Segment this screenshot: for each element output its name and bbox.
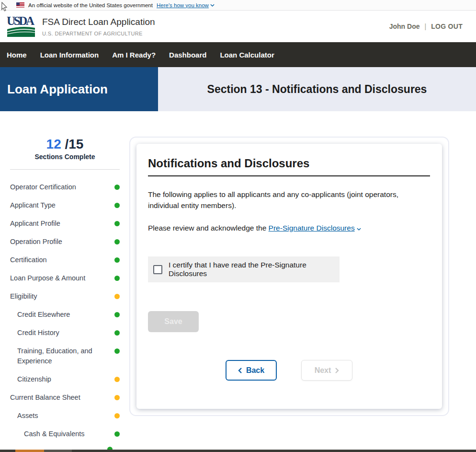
back-label: Back (246, 366, 264, 375)
sidebar-item-label: Training, Education, and Experience (17, 346, 99, 366)
status-dot (114, 431, 120, 437)
card-title: Notifications and Disclosures (148, 157, 430, 170)
taskbar-segment-orange (15, 450, 44, 452)
chevron-down-icon (210, 4, 215, 7)
status-dot (114, 221, 120, 226)
sidebar-item[interactable]: Credit History (10, 328, 120, 338)
sidebar-item[interactable]: Loan Purpose & Amount (10, 273, 120, 283)
usda-logo-text: USDA (7, 15, 34, 27)
brand: USDA FSA Direct Loan Application U.S. DE… (7, 15, 155, 38)
back-button[interactable]: Back (226, 360, 277, 381)
sidebar-item-label: Loan Purpose & Amount (10, 273, 85, 283)
sidebar-item[interactable]: Current Balance Sheet (10, 393, 120, 403)
how-you-know-label: Here's how you know (157, 2, 209, 8)
sidebar-item-label: Operator Certification (10, 182, 76, 192)
title-underline (148, 175, 430, 176)
nav-item[interactable]: Home (7, 51, 27, 59)
sidebar-item[interactable]: Training, Education, and Experience (10, 346, 120, 366)
gov-banner-text: An official website of the United States… (28, 2, 153, 8)
site-header: USDA FSA Direct Loan Application U.S. DE… (0, 11, 476, 42)
sidebar-item[interactable]: Applicant Profile (10, 219, 120, 229)
form-card-outline: Notifications and Disclosures The follow… (129, 137, 449, 416)
how-you-know-link[interactable]: Here's how you know (157, 2, 215, 8)
sidebar-divider (10, 169, 120, 170)
sidebar-item-label: Current Balance Sheet (10, 393, 80, 403)
app-title: FSA Direct Loan Application (42, 17, 155, 27)
section-list: Operator Certification Applicant Type Ap… (10, 182, 120, 439)
header-separator: | (424, 23, 426, 30)
sidebar-item-label: Certification (10, 255, 47, 265)
acknowledge-paragraph: Please review and acknowledge the Pre-Si… (148, 222, 430, 233)
hero-left: Loan Application (0, 67, 158, 111)
sidebar-item[interactable]: Credit Elsewhere (10, 310, 120, 320)
status-dot (114, 395, 120, 400)
nav-item[interactable]: Am I Ready? (112, 51, 156, 59)
chevron-down-icon (357, 228, 361, 231)
us-flag-icon (16, 2, 24, 8)
main-area: Notifications and Disclosures The follow… (129, 111, 476, 450)
gov-banner: An official website of the United States… (0, 0, 476, 11)
hero-banner: Loan Application Section 13 - Notificati… (0, 67, 476, 111)
sidebar-item[interactable]: Operation Profile (10, 237, 120, 247)
certify-checkbox[interactable] (153, 265, 162, 274)
certify-row: I certify that I have read the Pre-Signa… (148, 256, 340, 282)
save-button[interactable]: Save (148, 311, 199, 332)
pre-signature-disclosures-link[interactable]: Pre-Signature Disclosures (269, 224, 355, 232)
sidebar-item-label: Applicant Profile (10, 219, 60, 229)
sections-complete-count: 12 (46, 137, 61, 151)
taskbar-edge (0, 450, 476, 452)
sections-total-count: /15 (65, 137, 84, 151)
nav-item[interactable]: Loan Calculator (220, 51, 274, 59)
acknowledge-text: Please review and acknowledge the (148, 224, 269, 232)
sidebar-item[interactable]: Citizenship (10, 374, 120, 384)
status-dot (114, 185, 120, 190)
chevron-left-icon (238, 368, 242, 373)
status-dot (114, 294, 120, 299)
sidebar-item-label: Assets (17, 411, 38, 421)
nav-item[interactable]: Dashboard (169, 51, 206, 59)
sidebar-item[interactable]: Eligibility (10, 291, 120, 301)
sidebar-item[interactable]: Assets (10, 411, 120, 421)
page-title: Loan Application (7, 82, 108, 97)
main-nav: Home Loan Information Am I Ready? Dashbo… (0, 42, 476, 67)
hero-right: Section 13 - Notifications and Disclosur… (158, 67, 476, 111)
section-title: Section 13 - Notifications and Disclosur… (207, 83, 427, 96)
next-button[interactable]: Next (301, 360, 352, 381)
sidebar-item-label: Citizenship (17, 374, 51, 384)
form-card: Notifications and Disclosures The follow… (136, 144, 442, 409)
sections-caption: Sections Complete (10, 153, 120, 161)
sidebar-item[interactable]: Operator Certification (10, 182, 120, 192)
usda-logo: USDA (7, 15, 35, 38)
agency-subtitle: U.S. DEPARTMENT OF AGRICULTURE (42, 31, 155, 36)
status-dot (114, 239, 120, 244)
sidebar-item[interactable]: Cash & Equivalents (10, 429, 120, 439)
mouse-cursor-icon (0, 2, 8, 12)
next-label: Next (315, 366, 331, 375)
sidebar-item-label: Credit History (17, 328, 59, 338)
sidebar-item-label: Eligibility (10, 291, 37, 301)
status-dot (114, 413, 120, 418)
nav-item[interactable]: Loan Information (40, 51, 99, 59)
status-dot (114, 276, 120, 281)
sidebar-item-label: Operation Profile (10, 237, 62, 247)
status-dot (114, 312, 120, 317)
sidebar-item-label: Credit Elsewhere (17, 310, 70, 320)
status-dot (114, 348, 120, 354)
intro-paragraph: The following applies to all applicants … (148, 189, 430, 211)
logout-button[interactable]: LOG OUT (431, 23, 463, 30)
sidebar-item[interactable]: Certification (10, 255, 120, 265)
sidebar-item-label: Applicant Type (10, 200, 56, 210)
status-dot (114, 330, 120, 336)
sidebar-item[interactable]: Applicant Type (10, 200, 120, 210)
taskbar-segment-gray (44, 450, 72, 452)
status-dot (114, 257, 120, 263)
progress-sidebar: 12 /15 Sections Complete Operator Certif… (0, 111, 129, 450)
sections-counter: 12 /15 Sections Complete (10, 137, 120, 161)
user-name: John Doe (389, 23, 420, 30)
status-dot (114, 203, 120, 208)
certify-label: I certify that I have read the Pre-Signa… (169, 261, 340, 278)
status-dot (114, 377, 120, 382)
sidebar-item-label: Cash & Equivalents (24, 429, 85, 439)
chevron-right-icon (335, 368, 339, 373)
